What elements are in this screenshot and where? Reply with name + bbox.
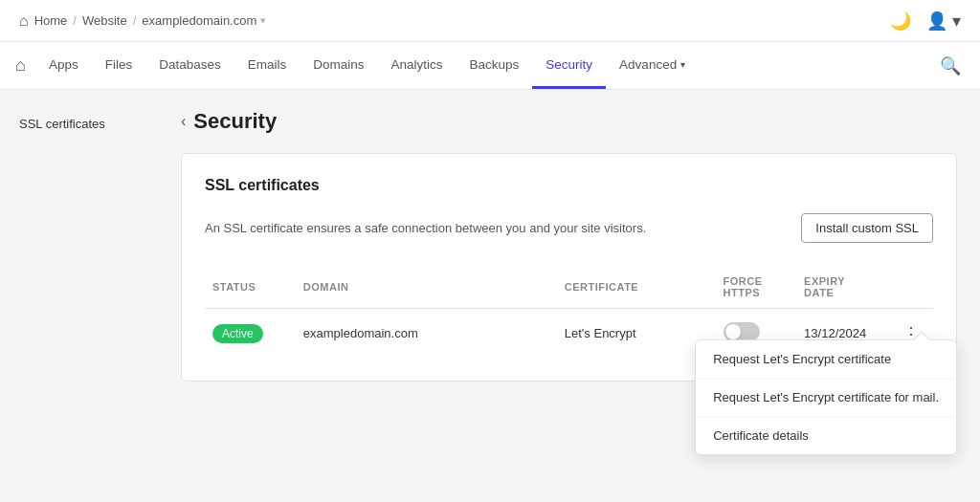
user-menu[interactable]: 👤 ▾: [926, 11, 961, 32]
dropdown-item-request-lets-encrypt-mail[interactable]: Request Let's Encrypt certificate for ma…: [696, 379, 956, 417]
nav-item-files[interactable]: Files: [92, 42, 146, 89]
nav-item-analytics[interactable]: Analytics: [378, 42, 457, 89]
topbar-actions: 🌙 👤 ▾: [890, 11, 961, 32]
nav-item-advanced[interactable]: Advanced ▾: [606, 42, 699, 89]
dropdown-item-request-lets-encrypt[interactable]: Request Let's Encrypt certificate: [696, 340, 956, 379]
dropdown-item-certificate-details[interactable]: Certificate details: [696, 417, 956, 454]
main-content: ‹ Security SSL certificates An SSL certi…: [158, 90, 980, 502]
topbar: ⌂ Home / Website / exampledomain.com ▾ 🌙…: [0, 0, 980, 42]
breadcrumb-domain[interactable]: exampledomain.com ▾: [142, 13, 266, 28]
sidebar: SSL certificates: [0, 90, 158, 502]
col-header-actions: [889, 270, 933, 309]
home-icon: ⌂: [19, 12, 29, 30]
col-header-expiry-date: EXPIRYDATE: [796, 270, 889, 309]
page-title: Security: [193, 109, 277, 134]
sidebar-item-ssl-certificates[interactable]: SSL certificates: [0, 109, 158, 139]
nav-item-security[interactable]: Security: [532, 42, 606, 89]
cell-certificate: Let's Encrypt: [557, 309, 716, 359]
back-button[interactable]: ‹: [181, 113, 186, 130]
table-header-row: STATUS DOMAIN CERTIFICATE FORCEHTTPS EXP…: [205, 270, 933, 309]
page-header: ‹ Security: [181, 109, 957, 134]
cell-domain: exampledomain.com: [296, 309, 557, 359]
dark-mode-icon[interactable]: 🌙: [890, 11, 911, 32]
cell-status: Active: [205, 309, 296, 359]
nav-item-domains[interactable]: Domains: [300, 42, 377, 89]
nav-item-databases[interactable]: Databases: [145, 42, 234, 89]
page-layout: SSL certificates ‹ Security SSL certific…: [0, 90, 980, 502]
card-description-row: An SSL certificate ensures a safe connec…: [205, 213, 933, 243]
install-custom-ssl-button[interactable]: Install custom SSL: [801, 213, 933, 243]
col-header-domain: DOMAIN: [296, 270, 557, 309]
breadcrumb-website[interactable]: Website: [82, 13, 127, 28]
breadcrumb-sep2: /: [133, 13, 137, 28]
domain-caret-icon: ▾: [260, 14, 266, 27]
col-header-status: STATUS: [205, 270, 296, 309]
nav-links: Apps Files Databases Emails Domains Anal…: [35, 42, 699, 89]
nav-home-icon[interactable]: ⌂: [15, 55, 35, 76]
navbar: ⌂ Apps Files Databases Emails Domains An…: [0, 42, 980, 90]
advanced-caret-icon: ▾: [680, 59, 685, 70]
context-menu: Request Let's Encrypt certificate Reques…: [695, 339, 957, 455]
col-header-force-https: FORCEHTTPS: [716, 270, 797, 309]
status-badge: Active: [212, 324, 263, 343]
toggle-knob: [725, 324, 741, 339]
search-icon[interactable]: 🔍: [936, 55, 965, 76]
card-description: An SSL certificate ensures a safe connec…: [205, 221, 646, 235]
breadcrumb-home[interactable]: Home: [34, 13, 68, 28]
breadcrumb-sep1: /: [73, 13, 77, 28]
breadcrumb: ⌂ Home / Website / exampledomain.com ▾: [19, 12, 266, 30]
force-https-toggle[interactable]: [724, 322, 760, 341]
nav-item-backups[interactable]: Backups: [457, 42, 533, 89]
nav-item-emails[interactable]: Emails: [234, 42, 301, 89]
nav-item-apps[interactable]: Apps: [35, 42, 92, 89]
card-title: SSL certificates: [205, 177, 933, 194]
col-header-certificate: CERTIFICATE: [557, 270, 716, 309]
